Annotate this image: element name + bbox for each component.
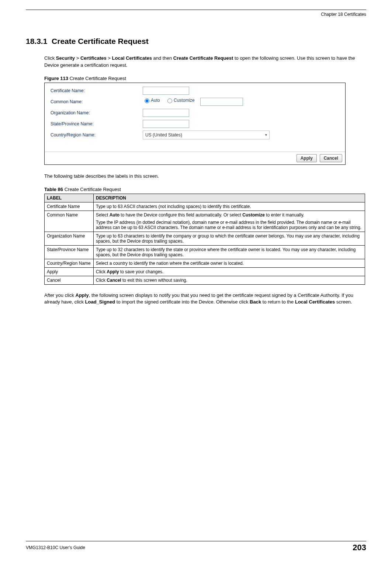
r6-pre: Click (96, 278, 107, 283)
r5-post: to save your changes. (119, 269, 164, 274)
after-back: Back (250, 299, 261, 305)
intro-prefix: Click (44, 55, 56, 61)
r5-apply: Apply (107, 269, 119, 274)
row-cert-name-label: Certificate Name (45, 202, 94, 211)
r1-pre: Select (96, 212, 110, 218)
section-heading: 18.3.1 Create Certificate Request (26, 37, 366, 46)
after-paragraph: After you click Apply, the following scr… (44, 292, 366, 306)
after-apply: Apply (76, 292, 89, 298)
footer-guide: VMG1312-B10C User’s Guide (26, 545, 85, 550)
org-name-input[interactable] (143, 109, 189, 117)
state-name-label: State/Province Name: (51, 121, 143, 126)
table-row: Certificate Name Type up to 63 ASCII cha… (45, 202, 365, 211)
row-org-desc: Type up to 63 characters to identify the… (94, 232, 365, 245)
table-row: State/Province Name Type up to 32 charac… (45, 245, 365, 259)
sep1: > (75, 55, 80, 61)
row-state-desc: Type up to 32 characters to identify the… (94, 245, 365, 259)
common-name-input[interactable] (200, 98, 243, 106)
figure-label: Figure 113 (44, 76, 68, 81)
chapter-header: Chapter 18 Certificates (321, 12, 366, 17)
intro-paragraph: Click Security > Certificates > Local Ce… (44, 55, 366, 69)
row-cancel-label: Cancel (45, 276, 94, 284)
radio-customize-label: Customize (174, 98, 195, 103)
figure-caption: Figure 113 Create Certificate Request (44, 76, 366, 81)
after-pre: After you click (44, 292, 76, 298)
nav-local-certificates: Local Certificates (112, 55, 152, 61)
r1-mid1: to have the Device configure this field … (119, 212, 242, 218)
row-apply-label: Apply (45, 267, 94, 276)
radio-customize[interactable]: Customize (166, 97, 195, 103)
r6-cancel: Cancel (107, 278, 121, 283)
r5-pre: Click (96, 269, 107, 274)
section-number: 18.3.1 (26, 37, 47, 45)
row-common-name-desc: Select Auto to have the Device configure… (94, 211, 365, 232)
radio-customize-input[interactable] (167, 98, 172, 103)
r1-p2: Type the IP address (in dotted decimal n… (96, 220, 362, 230)
figure-button-bar: Apply Cancel (45, 152, 345, 164)
nav-create-request: Create Certificate Request (173, 55, 233, 61)
after-load-signed: Load_Signed (85, 299, 115, 305)
table-caption: Table 86 Create Certificate Request (44, 187, 366, 192)
table-title: Create Certificate Request (63, 187, 121, 192)
r1-auto: Auto (110, 212, 119, 218)
country-name-label: Country/Region Name: (51, 132, 143, 138)
row-country-desc: Select a country to identify the nation … (94, 259, 365, 267)
after-mid3: to return to the (261, 299, 295, 305)
row-apply-desc: Click Apply to save your changes. (94, 267, 365, 276)
cert-name-input[interactable] (143, 87, 189, 95)
table-row: Cancel Click Cancel to exit this screen … (45, 276, 365, 284)
nav-certificates: Certificates (80, 55, 107, 61)
r6-post: to exit this screen without saving. (121, 278, 187, 283)
country-value: US (United States) (145, 132, 182, 138)
cancel-button[interactable]: Cancel (320, 154, 342, 162)
section-title: Create Certificate Request (52, 37, 149, 45)
after-post: screen. (335, 299, 352, 305)
col-description: DESCRIPTION (94, 194, 365, 202)
row-org-label: Organization Name (45, 232, 94, 245)
row-state-label: State/Province Name (45, 245, 94, 259)
col-label: LABEL (45, 194, 94, 202)
footer-rule (26, 541, 366, 541)
after-mid2: to import the signed certificate into th… (115, 299, 250, 305)
row-common-name-label: Common Name (45, 211, 94, 232)
radio-auto[interactable]: Auto (143, 97, 160, 103)
figure-title: Create Certificate Request (68, 76, 126, 81)
table-row: Organization Name Type up to 63 characte… (45, 232, 365, 245)
table-row: Apply Click Apply to save your changes. (45, 267, 365, 276)
top-rule (26, 10, 366, 10)
cert-name-label: Certificate Name: (51, 88, 143, 93)
country-select[interactable]: US (United States) ▾ (143, 131, 270, 139)
table-row: Country/Region Name Select a country to … (45, 259, 365, 267)
common-name-label: Common Name: (51, 99, 143, 104)
apply-button[interactable]: Apply (296, 154, 317, 162)
org-name-label: Organization Name: (51, 110, 143, 115)
row-cert-name-desc: Type up to 63 ASCII characters (not incl… (94, 202, 365, 211)
radio-auto-label: Auto (151, 98, 160, 103)
state-name-input[interactable] (143, 120, 189, 128)
row-cancel-desc: Click Cancel to exit this screen without… (94, 276, 365, 284)
page-number: 203 (353, 543, 366, 552)
sep2: > (107, 55, 112, 61)
intro-mid: and then (152, 55, 173, 61)
table-label: Table 86 (44, 187, 63, 192)
after-local-certs: Local Certificates (295, 299, 335, 305)
r1-mid2: to enter it manually. (265, 212, 304, 218)
nav-security: Security (56, 55, 75, 61)
radio-auto-input[interactable] (145, 98, 149, 103)
row-country-label: Country/Region Name (45, 259, 94, 267)
mid-paragraph: The following table describes the labels… (44, 173, 366, 180)
label-description-table: LABEL DESCRIPTION Certificate Name Type … (44, 194, 365, 285)
table-row: Common Name Select Auto to have the Devi… (45, 211, 365, 232)
chevron-down-icon: ▾ (265, 133, 267, 137)
r1-customize: Customize (242, 212, 265, 218)
figure-screenshot: Certificate Name: Common Name: Auto Cust… (44, 83, 346, 165)
